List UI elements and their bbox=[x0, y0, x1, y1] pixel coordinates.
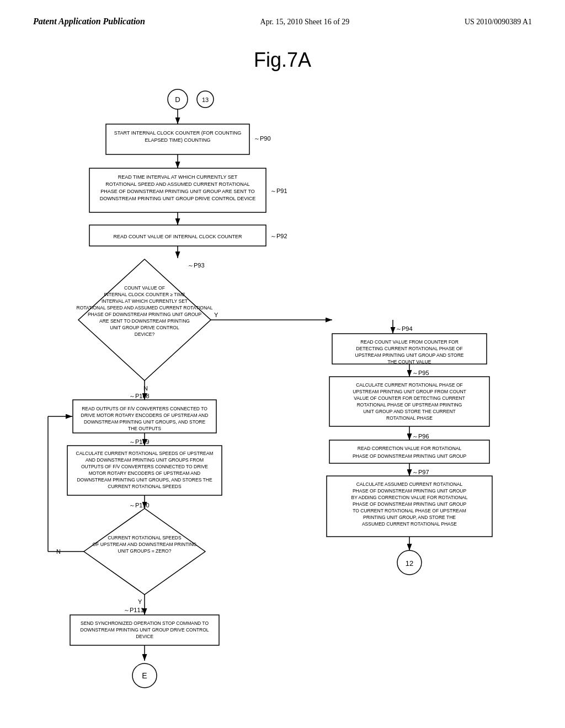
p111-label: ～P111 bbox=[124, 607, 144, 613]
p108-t3: DOWNSTREAM PRINTING UNIT GROUPS, AND STO… bbox=[84, 419, 206, 425]
p95-t4: ROTATIONAL PHASE OF UPSTREAM PRINTING bbox=[357, 402, 462, 408]
p108-t2: DRIVE MOTOR ROTARY ENCODERS OF UPSTREAM … bbox=[81, 413, 209, 418]
p95-t2: UPSTREAM PRINTING UNIT GROUP FROM COUNT bbox=[353, 389, 466, 394]
p109-t6: CURRENT ROTATIONAL SPEEDS bbox=[108, 484, 182, 489]
p93-label: ～P93 bbox=[188, 262, 205, 269]
p91-label: ～P91 bbox=[270, 188, 287, 194]
p97-t1: CALCULATE ASSUMED CURRENT ROTATIONAL bbox=[356, 481, 463, 487]
p90-text-2: ELAPSED TIME) COUNTING bbox=[145, 137, 211, 143]
p93-n-label: N bbox=[143, 385, 148, 392]
p93-y-label: Y bbox=[214, 312, 218, 318]
p90-text-1: START INTERNAL CLOCK COUNTER (FOR COUNTI… bbox=[114, 130, 242, 136]
p110-d1: CURRENT ROTATIONAL SPEEDS bbox=[108, 535, 182, 540]
header-right: US 2010/0090389 A1 bbox=[465, 18, 532, 26]
p93-d7: UNIT GROUP DRIVE CONTROL bbox=[110, 325, 179, 330]
flowchart-svg: D 13 START INTERNAL CLOCK COUNTER (FOR C… bbox=[34, 83, 531, 722]
p94-t3: UPSTREAM PRINTING UNIT GROUP AND STORE bbox=[355, 352, 464, 358]
p96-label: ～P96 bbox=[412, 433, 429, 440]
p90-label: ～P90 bbox=[254, 135, 271, 142]
page: Patent Application Publication Apr. 15, … bbox=[0, 0, 565, 728]
p111-t3: DEVICE bbox=[136, 634, 153, 639]
p109-label: ～P109 bbox=[129, 438, 150, 445]
p95-t1: CALCULATE CURRENT ROTATIONAL PHASE OF bbox=[356, 382, 463, 388]
p97-t5: TO CURRENT ROTATIONAL PHASE OF UPSTREAM bbox=[353, 508, 466, 513]
p93-d1: COUNT VALUE OF bbox=[124, 285, 165, 291]
p93-d2: INTERNAL CLOCK COUNTER ≥ TIME bbox=[104, 292, 185, 297]
p110-label: ～P110 bbox=[129, 502, 150, 508]
p109-t4: MOTOR ROTARY ENCODERS OF UPSTREAM AND bbox=[89, 470, 200, 476]
p93-d5: PHASE OF DOWNSTREAM PRINTING UNIT GROUP bbox=[88, 312, 202, 317]
header-center: Apr. 15, 2010 Sheet 16 of 29 bbox=[260, 18, 350, 26]
p96-t1: READ CORRECTION VALUE FOR ROTATIONAL bbox=[358, 446, 462, 451]
p110-d2: OF UPSTREAM AND DOWNSTREAM PRINTING bbox=[93, 542, 197, 547]
p91-t2: ROTATIONAL SPEED AND ASSUMED CURRENT ROT… bbox=[105, 181, 249, 187]
p94-t2: DETECTING CURRENT ROTATIONAL PHASE OF bbox=[356, 346, 462, 351]
p94-t1: READ COUNT VALUE FROM COUNTER FOR bbox=[360, 339, 459, 345]
p91-t3: PHASE OF DOWNSTREAM PRINTING UNIT GROUP … bbox=[100, 189, 255, 194]
p95-label: ～P95 bbox=[412, 370, 429, 376]
p109-t1: CALCULATE CURRENT ROTATIONAL SPEEDS OF U… bbox=[76, 451, 214, 456]
p97-t2: PHASE OF DOWNSTREAM PRINTING UNIT GROUP bbox=[353, 488, 467, 494]
p109-t3: OUTPUTS OF F/V CONVERTERS CONNECTED TO D… bbox=[81, 464, 208, 469]
p110-y-label: Y bbox=[138, 598, 142, 605]
p108-t1: READ OUTPUTS OF F/V CONVERTERS CONNECTED… bbox=[82, 406, 207, 411]
p94-t4: THE COUNT VALUE bbox=[387, 359, 431, 365]
p108-t4: THE OUTPUTS bbox=[128, 426, 161, 431]
p109-t5: DOWNSTREAM PRINTING UNIT GROUPS, AND STO… bbox=[77, 477, 212, 483]
p93-d6: ARE SENT TO DOWNSTREAM PRINTING bbox=[99, 318, 190, 324]
connector-D-label: D bbox=[175, 95, 180, 104]
p95-t3: VALUE OF COUNTER FOR DETECTING CURRENT bbox=[354, 395, 465, 401]
p91-t1: READ TIME INTERVAL AT WHICH CURRENTLY SE… bbox=[118, 174, 238, 180]
p97-t4: PHASE OF DOWNSTREAM PRINTING UNIT GROUP bbox=[353, 501, 467, 507]
p93-d3: INTERVAL AT WHICH CURRENTLY SET bbox=[102, 298, 188, 304]
p91-t4: DOWNSTREAM PRINTING UNIT GROUP DRIVE CON… bbox=[100, 196, 255, 201]
p97-label: ～P97 bbox=[412, 469, 429, 475]
p97-t3: BY ADDING CORRECTION VALUE FOR ROTATIONA… bbox=[351, 495, 468, 500]
p111-t1: SEND SYNCHRONIZED OPERATION STOP COMMAND… bbox=[81, 620, 209, 626]
p97-t6: PRINTING UNIT GROUP, AND STORE THE bbox=[363, 515, 456, 520]
connector-E-label: E bbox=[142, 671, 147, 680]
p110-d3: UNIT GROUPS = ZERO? bbox=[118, 548, 172, 554]
header-left: Patent Application Publication bbox=[33, 17, 145, 26]
p93-d4: ROTATIONAL SPEED AND ASSUMED CURRENT ROT… bbox=[77, 305, 213, 311]
p95-t5: UNIT GROUP AND STORE THE CURRENT bbox=[363, 409, 456, 414]
header: Patent Application Publication Apr. 15, … bbox=[0, 0, 565, 32]
p111-t2: DOWNSTREAM PRINTING UNIT GROUP DRIVE CON… bbox=[81, 627, 209, 633]
p94-label: ～P94 bbox=[396, 325, 413, 332]
connector-12-label: 12 bbox=[406, 559, 413, 568]
p96-box bbox=[329, 440, 489, 463]
p92-text: READ COUNT VALUE OF INTERNAL CLOCK COUNT… bbox=[114, 234, 242, 239]
p96-t2: PHASE OF DOWNSTREAM PRINTING UNIT GROUP bbox=[353, 453, 467, 459]
figure-title: Fig.7A bbox=[0, 49, 565, 72]
p93-p108-label: ～P108 bbox=[129, 393, 150, 399]
p109-t2: AND DOWNSTREAM PRINTING UNIT GROUPS FROM bbox=[86, 457, 204, 463]
p92-label: ～P92 bbox=[270, 233, 287, 239]
p97-t7: ASSUMED CURRENT ROTATIONAL PHASE bbox=[362, 521, 457, 527]
p93-d8: DEVICE? bbox=[135, 331, 155, 337]
connector-13-label: 13 bbox=[202, 97, 209, 103]
p95-t6: ROTATIONAL PHASE bbox=[386, 415, 433, 421]
